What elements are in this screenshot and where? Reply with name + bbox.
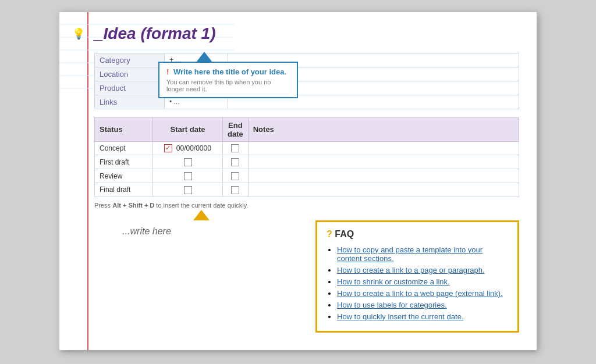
list-item: How to copy and paste a template into yo…: [337, 245, 508, 263]
faq-link-3[interactable]: How to shrink or customize a link.: [337, 277, 450, 286]
status-start-finaldraft: [153, 183, 223, 197]
tooltip-title: ! Write here the title of your idea.: [166, 67, 290, 76]
tooltip-exclaim: !: [166, 67, 169, 76]
tooltip-box: ! Write here the title of your idea. You…: [158, 62, 298, 98]
info-label-location: Location: [95, 67, 165, 81]
list-item: How to quickly insert the current date.: [337, 312, 508, 321]
status-label-firstdraft: First draft: [95, 155, 153, 169]
faq-link-2[interactable]: How to create a link to a page or paragr…: [337, 266, 485, 274]
info-label-product: Product: [95, 81, 165, 95]
status-th-start: Start date: [153, 117, 223, 141]
status-label-concept: Concept: [95, 141, 153, 155]
checkbox-firstdraft-start[interactable]: [184, 158, 192, 166]
info-label-category: Category: [95, 53, 165, 67]
list-item: How to create a link to a web page (exte…: [337, 289, 508, 298]
tooltip-title-text: Write here the title of your idea.: [173, 67, 286, 76]
status-start-review: [153, 169, 223, 183]
shortcut-hint: Press Alt + Shift + D to insert the curr…: [94, 202, 519, 209]
status-label-finaldraft: Final draft: [95, 183, 153, 197]
status-end-firstdraft: [223, 155, 249, 169]
status-row-finaldraft: Final draft: [95, 183, 519, 197]
tooltip-arrow-up: [196, 52, 212, 62]
status-end-finaldraft: [223, 183, 249, 197]
faq-title-text: FAQ: [335, 229, 354, 239]
status-notes-firstdraft: [248, 155, 519, 169]
checkbox-finaldraft-start[interactable]: [184, 186, 192, 194]
status-end-concept: [223, 141, 249, 155]
faq-link-5[interactable]: How to use labels for categories.: [337, 301, 447, 309]
lightbulb-icon: 💡: [72, 27, 85, 40]
title-row: 💡 _Idea (format 1): [94, 24, 519, 44]
status-th-notes: Notes: [248, 117, 519, 141]
status-th-status: Status: [95, 117, 153, 141]
faq-title: ? FAQ: [327, 229, 508, 240]
status-table: Status Start date End date Notes Concept…: [94, 117, 519, 197]
write-here-text: ...write here: [94, 226, 199, 237]
checkbox-review-end[interactable]: [231, 172, 239, 180]
list-item: How to use labels for categories.: [337, 301, 508, 309]
checkbox-firstdraft-end[interactable]: [231, 158, 239, 166]
list-item: How to create a link to a page or paragr…: [337, 266, 508, 274]
status-start-concept: 00/00/0000: [153, 141, 223, 155]
status-row-concept: Concept 00/00/0000: [95, 141, 519, 155]
faq-link-1[interactable]: How to copy and paste a template into yo…: [337, 245, 483, 263]
faq-link-4[interactable]: How to create a link to a web page (exte…: [337, 289, 503, 298]
list-item: How to shrink or customize a link.: [337, 277, 508, 286]
faq-list: How to copy and paste a template into yo…: [327, 245, 508, 321]
status-row-review: Review: [95, 169, 519, 183]
status-notes-concept: [248, 141, 519, 155]
checkbox-review-start[interactable]: [184, 172, 192, 180]
page-title: _Idea (format 1): [94, 24, 216, 44]
checkbox-finaldraft-end[interactable]: [231, 186, 239, 194]
main-page: 💡 _Idea (format 1) ! Write here the titl…: [59, 12, 537, 350]
status-end-review: [223, 169, 249, 183]
tooltip-subtitle: You can remove this tip when you no long…: [166, 78, 290, 92]
status-row-firstdraft: First draft: [95, 155, 519, 169]
status-header-row: Status Start date End date Notes: [95, 117, 519, 141]
faq-arrow-up: [193, 210, 210, 220]
status-th-end: End date: [223, 117, 249, 141]
status-start-firstdraft: [153, 155, 223, 169]
status-label-review: Review: [95, 169, 153, 183]
page-content: 💡 _Idea (format 1) ! Write here the titl…: [94, 24, 519, 333]
status-notes-finaldraft: [248, 183, 519, 197]
status-notes-review: [248, 169, 519, 183]
checkbox-concept-start[interactable]: [164, 144, 172, 152]
checkbox-concept-end[interactable]: [231, 144, 239, 152]
faq-link-6[interactable]: How to quickly insert the current date.: [337, 312, 464, 321]
faq-box: ? FAQ How to copy and paste a template i…: [315, 220, 519, 333]
faq-question-mark: ?: [327, 229, 332, 239]
info-label-links: Links: [95, 95, 165, 109]
